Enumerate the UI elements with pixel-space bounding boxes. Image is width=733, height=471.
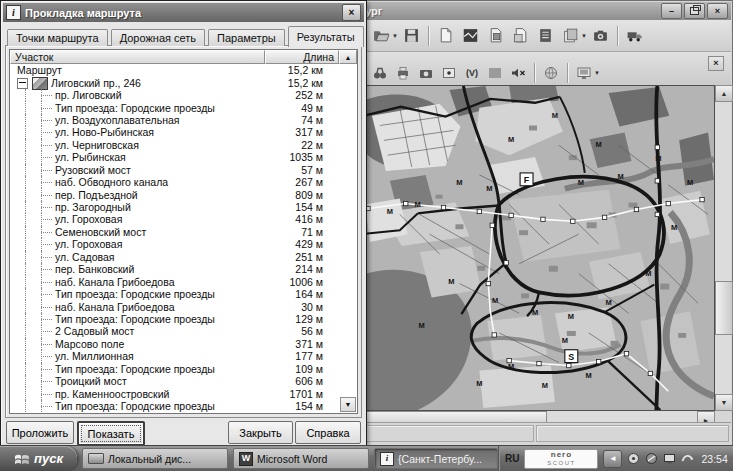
route-list-row[interactable]: Тип проезда: Городские проезды 164 м [11, 288, 341, 300]
route-list-row[interactable]: ул. Воздухоплавательная 74 м [11, 114, 341, 126]
route-list-row[interactable]: ул. Садовая 251 м [11, 251, 341, 263]
svg-text:М: М [486, 184, 492, 193]
segment-length: 177 м [237, 350, 341, 362]
language-indicator[interactable]: RU [505, 453, 519, 464]
tray-icon[interactable] [645, 452, 658, 465]
tree-line [41, 132, 52, 133]
nero-scout-box[interactable]: nero SCOUT [524, 449, 598, 469]
taskbar-clock[interactable]: 23:54 [701, 453, 727, 465]
speaker-muted-icon [510, 65, 526, 81]
save-button[interactable] [400, 24, 423, 47]
document-copy-button[interactable] [484, 24, 507, 47]
route-list-row[interactable]: Семеновский мост 71 м [11, 226, 341, 238]
list-scroll-down-button[interactable]: ▼ [340, 397, 356, 412]
tree-line [25, 126, 26, 138]
route-list-row[interactable]: Тип проезда: Городские проезды 154 м [11, 400, 341, 412]
route-list-row[interactable]: Лиговский пр., 246 15,2 км [11, 76, 341, 88]
pan-mode-dropdown[interactable]: ▼ [594, 70, 600, 76]
open-button[interactable] [370, 24, 393, 47]
finish-marker[interactable]: F [520, 173, 533, 186]
route-list-row[interactable]: Рузовский мост 57 м [11, 164, 341, 176]
layers-button[interactable] [559, 24, 582, 47]
map-vertical-scrollbar[interactable]: ▲ ▼ [715, 85, 731, 411]
minimize-button[interactable]: – [661, 3, 682, 19]
photo-button[interactable] [416, 63, 436, 83]
dialog-titlebar[interactable]: i Прокладка маршрута × [3, 3, 364, 22]
route-list-row[interactable]: пр. Загородный 154 м [11, 201, 341, 213]
segment-name: ул. Черниговская [55, 139, 237, 151]
vision-tool-button[interactable]: (V) [462, 63, 482, 83]
list-scroll-up-button[interactable]: ▲ [339, 50, 357, 64]
route-list-row[interactable]: ул. Миллионная 177 м [11, 350, 341, 362]
toolbar-close-button[interactable]: × [708, 56, 724, 71]
collapse-expander-icon[interactable] [17, 78, 28, 89]
tray-icon[interactable] [663, 452, 676, 465]
map-canvas[interactable]: М М М М М М М М М М М М М М М М М [360, 86, 714, 410]
sound-off-button[interactable] [508, 63, 528, 83]
taskbar-task[interactable]: W Microsoft Word [233, 448, 369, 469]
document-button[interactable] [434, 24, 457, 47]
plot-route-button[interactable]: Проложить [6, 421, 74, 444]
segment-length: 214 м [237, 263, 341, 275]
scroll-down-button[interactable]: ▼ [715, 394, 733, 411]
route-list-row[interactable]: Тип проезда: Городские проезды 109 м [11, 363, 341, 375]
route-list-row[interactable]: Маршрут 15,2 км [11, 64, 341, 76]
tray-icon[interactable] [627, 452, 640, 465]
document-copy2-button[interactable] [509, 24, 532, 47]
column-header-length[interactable]: Длина [265, 50, 339, 64]
route-list-row[interactable]: 2 Садовый мост 56 м [11, 325, 341, 337]
windows-logo-icon [14, 452, 30, 466]
restore-button[interactable] [684, 3, 705, 19]
route-list-row[interactable]: Марсово поле 371 м [11, 338, 341, 350]
route-list-row[interactable]: наб. Канала Грибоедова 1006 м [11, 275, 341, 287]
taskbar-task[interactable]: i {Санкт-Петербу... [374, 448, 498, 469]
route-list-row[interactable]: пер. Подъездной 809 м [11, 188, 341, 200]
dialog-tab[interactable]: Параметры [208, 29, 285, 46]
scroll-up-button[interactable]: ▲ [715, 85, 733, 102]
hide-icons-chevron[interactable]: ◄ [603, 450, 622, 468]
close-window-button[interactable]: × [707, 3, 728, 19]
dialog-tab[interactable]: Точки маршрута [7, 29, 108, 46]
segment-length: 30 м [237, 301, 341, 313]
route-list-row[interactable]: Тип проезда: Городские проезды 129 м [11, 313, 341, 325]
route-list-row[interactable]: ул. Ново-Рыбинская 317 м [11, 126, 341, 138]
segment-name: Марсово поле [55, 338, 237, 350]
route-list-row[interactable]: ул. Черниговская 22 м [11, 139, 341, 151]
taskbar-task[interactable]: Локальный дис... [82, 448, 228, 469]
tree-line [25, 300, 26, 312]
route-list-row[interactable]: наб. Обводного канала 267 м [11, 176, 341, 188]
dialog-tab[interactable]: Результаты [288, 26, 364, 47]
view-objects-button[interactable] [439, 63, 459, 83]
route-list-row[interactable]: Троицкий мост 606 м [11, 375, 341, 387]
snapshot-button[interactable] [589, 24, 612, 47]
start-button[interactable]: пуск [0, 446, 77, 471]
print-map-button[interactable] [393, 63, 413, 83]
dialog-close-button[interactable]: × [342, 4, 361, 21]
report-button[interactable] [534, 24, 557, 47]
vertical-scroll-thumb[interactable] [715, 281, 733, 335]
close-button[interactable]: Закрыть [228, 421, 293, 444]
route-list-row[interactable]: пр. Каменноостровский 1701 м [11, 387, 341, 399]
internet-button[interactable] [541, 63, 561, 83]
pan-mode-button[interactable] [574, 63, 594, 83]
route-list-row[interactable]: пр. Лиговский 252 м [11, 89, 341, 101]
route-list-row[interactable]: Тип проезда: Городские проезды 49 м [11, 101, 341, 113]
route-list-row[interactable]: ул. Гороховая 429 м [11, 238, 341, 250]
route-list-row[interactable]: ул. Гороховая 416 м [11, 213, 341, 225]
show-button[interactable]: Показать [77, 421, 145, 446]
tree-line [25, 238, 26, 250]
truck-routes-button[interactable] [623, 24, 646, 47]
route-list-row[interactable]: пер. Банковский 214 м [11, 263, 341, 275]
dialog-tab[interactable]: Дорожная сеть [111, 29, 205, 46]
find-button[interactable] [370, 63, 390, 83]
start-marker[interactable]: S [565, 350, 578, 363]
column-header-segment[interactable]: Участок [10, 50, 265, 64]
help-button[interactable]: Справка [295, 421, 361, 444]
map-thumbnail-button[interactable] [459, 24, 482, 47]
open-dropdown[interactable]: ▼ [392, 33, 398, 39]
route-list-row[interactable]: наб. Канала Грибоедова 30 м [11, 300, 341, 312]
layers-dropdown[interactable]: ▼ [581, 33, 587, 39]
tray-icon[interactable] [681, 452, 694, 465]
route-list-row[interactable]: ул. Рыбинская 1035 м [11, 151, 341, 163]
tree-line [25, 226, 26, 238]
